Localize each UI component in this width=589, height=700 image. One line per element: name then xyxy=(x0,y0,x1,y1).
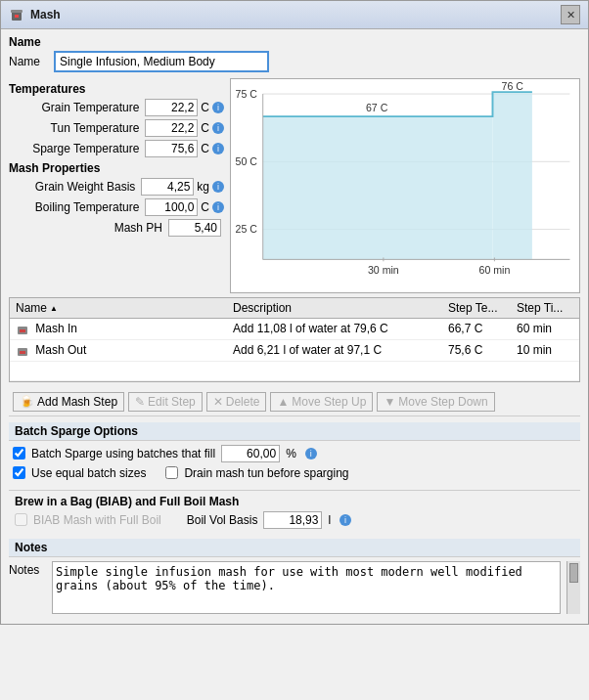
row-mash-out-desc: Add 6,21 l of water at 97,1 C xyxy=(227,339,442,361)
boil-vol-input[interactable] xyxy=(263,511,322,529)
sparge-temp-input[interactable] xyxy=(145,140,198,157)
add-icon: 🍺 xyxy=(20,395,34,409)
move-up-button[interactable]: ▲ Move Step Up xyxy=(270,392,373,412)
grain-weight-unit: kg xyxy=(197,180,209,194)
equal-batch-checkbox[interactable] xyxy=(13,466,25,479)
col-header-stepte[interactable]: Step Te... xyxy=(442,298,511,319)
biab-row: BIAB Mash with Full Boil Boil Vol Basis … xyxy=(15,511,574,529)
grain-temp-info[interactable]: i xyxy=(212,102,224,113)
row-mash-in-stepti: 60 min xyxy=(511,319,579,340)
boiling-temp-row: Boiling Temperature C i xyxy=(9,198,224,216)
mash-steps-table: Name ▲ Description Step Te... Step Ti... xyxy=(10,298,579,381)
move-down-icon: ▼ xyxy=(384,395,395,409)
mash-props-header: Mash Properties xyxy=(9,161,224,175)
svg-text:25 C: 25 C xyxy=(236,223,258,235)
close-button[interactable]: ✕ xyxy=(561,5,580,24)
batch-sparge-title: Batch Sparge Options xyxy=(9,422,580,441)
title-bar: Mash ✕ xyxy=(1,1,588,29)
mash-steps-table-container: Name ▲ Description Step Te... Step Ti... xyxy=(9,297,580,382)
boiling-temp-label: Boiling Temperature xyxy=(19,200,145,214)
scrollbar-thumb[interactable] xyxy=(569,563,578,583)
svg-text:30 min: 30 min xyxy=(368,264,399,276)
sparge-temp-row: Sparge Temperature C i xyxy=(9,140,224,157)
notes-textarea[interactable]: Simple single infusion mash for use with… xyxy=(52,561,561,614)
mash-ph-label: Mash PH xyxy=(19,221,168,235)
tun-temp-row: Tun Temperature C i xyxy=(9,119,224,137)
table-row[interactable]: Mash Out Add 6,21 l of water at 97,1 C 7… xyxy=(10,339,579,361)
sparge-temp-unit: C xyxy=(201,142,209,155)
temperatures-header: Temperatures xyxy=(9,82,224,96)
grain-temp-label: Grain Temperature xyxy=(19,101,145,114)
notes-title: Notes xyxy=(9,539,580,557)
drain-mash-label: Drain mash tun before sparging xyxy=(184,466,348,480)
empty-row xyxy=(10,361,579,380)
row-mash-in-desc: Add 11,08 l of water at 79,6 C xyxy=(227,319,442,340)
drain-mash-checkbox[interactable] xyxy=(165,466,178,479)
row-mash-out-stepti: 10 min xyxy=(511,339,579,361)
batch-fill-info[interactable]: i xyxy=(305,448,317,459)
mash-chart: 75 C 50 C 25 C xyxy=(231,79,579,284)
notes-field-label: Notes xyxy=(9,561,46,614)
equal-batch-label: Use equal batch sizes xyxy=(31,466,146,480)
mash-out-icon xyxy=(16,344,29,358)
edit-step-button[interactable]: ✎ Edit Step xyxy=(128,392,203,412)
batch-sparge-checkbox[interactable] xyxy=(13,447,25,459)
sparge-bottom-row: Use equal batch sizes Drain mash tun bef… xyxy=(9,466,580,484)
name-row: Name xyxy=(9,51,580,72)
window-content: Name Name Temperatures Grain Temperature… xyxy=(1,29,588,624)
svg-rect-21 xyxy=(20,329,25,332)
grain-weight-label: Grain Weight Basis xyxy=(19,180,141,194)
boiling-temp-info[interactable]: i xyxy=(212,201,224,213)
batch-sparge-label: Batch Sparge using batches that fill xyxy=(31,447,215,460)
svg-text:67 C: 67 C xyxy=(366,102,388,113)
chart-container: 75 C 50 C 25 C xyxy=(230,78,580,293)
tun-temp-unit: C xyxy=(201,121,209,135)
grain-temp-input[interactable] xyxy=(145,99,198,116)
title-bar-left: Mash xyxy=(9,7,61,22)
svg-rect-2 xyxy=(15,15,19,18)
delete-icon: ✕ xyxy=(213,395,223,409)
biab-checkbox[interactable] xyxy=(15,513,27,526)
boiling-temp-unit: C xyxy=(201,200,209,214)
col-header-desc[interactable]: Description xyxy=(227,298,442,319)
biab-checkbox-label: BIAB Mash with Full Boil xyxy=(33,513,161,527)
notes-scrollbar[interactable] xyxy=(566,561,580,614)
fill-value-input[interactable] xyxy=(221,445,280,462)
sparge-temp-info[interactable]: i xyxy=(212,143,224,154)
grain-weight-input[interactable] xyxy=(141,178,194,196)
boil-vol-unit: l xyxy=(328,513,331,527)
add-mash-step-button[interactable]: 🍺 Add Mash Step xyxy=(13,392,124,412)
svg-text:60 min: 60 min xyxy=(479,264,511,276)
biab-title: Brew in a Bag (BIAB) and Full Boil Mash xyxy=(15,495,239,508)
tun-temp-info[interactable]: i xyxy=(212,122,224,134)
move-down-button[interactable]: ▼ Move Step Down xyxy=(377,392,494,412)
boiling-temp-input[interactable] xyxy=(145,198,198,216)
name-input[interactable] xyxy=(54,51,269,72)
sparge-temp-label: Sparge Temperature xyxy=(19,142,145,155)
delete-button[interactable]: ✕ Delete xyxy=(206,392,267,412)
grain-temp-unit: C xyxy=(201,101,209,114)
mash-ph-row: Mash PH xyxy=(9,219,224,237)
notes-inner: Notes Simple single infusion mash for us… xyxy=(9,561,580,614)
name-section: Name Name xyxy=(9,35,580,72)
equal-batch-row: Use equal batch sizes xyxy=(13,466,146,480)
row-mash-out-stepte: 75,6 C xyxy=(442,339,511,361)
grain-weight-info[interactable]: i xyxy=(212,181,224,193)
tun-temp-input[interactable] xyxy=(145,119,198,137)
two-col-layout: Temperatures Grain Temperature C i Tun T… xyxy=(9,78,580,293)
mash-icon xyxy=(9,7,24,22)
svg-rect-23 xyxy=(20,351,25,354)
mash-ph-input[interactable] xyxy=(168,219,221,237)
mash-toolbar: 🍺 Add Mash Step ✎ Edit Step ✕ Delete ▲ M… xyxy=(9,388,580,416)
col-header-stepti[interactable]: Step Ti... xyxy=(511,298,579,319)
boil-vol-info[interactable]: i xyxy=(340,514,351,526)
table-row[interactable]: Mash In Add 11,08 l of water at 79,6 C 6… xyxy=(10,319,579,340)
window-title: Mash xyxy=(30,8,61,22)
row-mash-out-name: Mash Out xyxy=(10,339,227,361)
fill-unit: % xyxy=(286,447,296,460)
mash-in-icon xyxy=(16,323,29,336)
notes-section: Notes Notes Simple single infusion mash … xyxy=(9,539,580,614)
svg-marker-10 xyxy=(263,116,493,259)
tun-temp-label: Tun Temperature xyxy=(19,121,145,135)
col-header-name[interactable]: Name ▲ xyxy=(10,298,227,319)
